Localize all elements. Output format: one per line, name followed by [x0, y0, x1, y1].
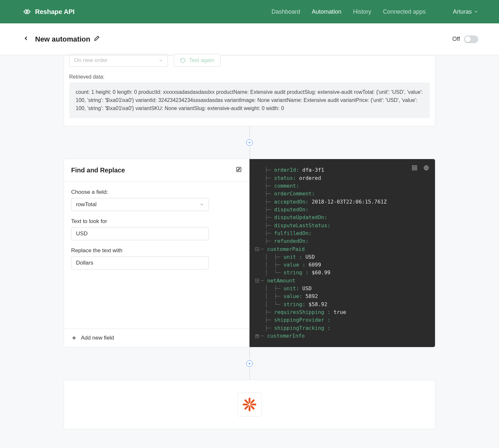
tree-key: refundedOn: — [274, 237, 309, 245]
choose-field-select[interactable]: rowTotal — [71, 198, 209, 211]
tree-key: shippingTracking : — [274, 324, 330, 332]
tree-row: │ ├─ value: 5892 — [255, 292, 429, 300]
tree-row: ├─ fulfilledOn: — [255, 230, 429, 237]
tree-row: ├─ disputeLastStatus: — [255, 222, 429, 230]
tree-row: ├─ acceptedOn: 2018-12-03T22:06:15.761Z — [255, 198, 429, 206]
tree-key: customerPaid — [267, 245, 305, 253]
svg-rect-14 — [243, 404, 247, 406]
tree-key: acceptedOn: — [274, 198, 309, 206]
tree-row: ├─ requiresShipping : true — [255, 308, 429, 316]
tree-value: USD — [299, 285, 312, 292]
svg-rect-15 — [252, 404, 256, 406]
trigger-card: On new order Test again Retrieved data: … — [64, 55, 435, 126]
user-name: Arturas — [453, 8, 472, 15]
svg-rect-8 — [415, 168, 417, 170]
edit-step-icon[interactable] — [236, 166, 242, 174]
tree-key: netAmount — [267, 277, 295, 285]
tree-key: status: — [274, 174, 296, 182]
chevron-down-icon — [159, 58, 163, 63]
retrieved-data-box: count: 1 height: 0 length: 0 productId: … — [69, 82, 430, 118]
nav-dashboard[interactable]: Dashboard — [272, 8, 300, 15]
tree-row: ├─ orderComment: — [255, 190, 429, 198]
tree-key: comment: — [274, 182, 299, 190]
tree-row: ├─ refundedOn: — [255, 237, 429, 245]
svg-rect-18 — [244, 399, 249, 404]
tree-value: USD — [302, 253, 315, 261]
tree-key: customerInfo — [267, 332, 305, 340]
test-button-label: Test again — [189, 57, 214, 64]
json-preview-panel: ├─ orderId: dfa-3f1 ├─ status: ordered ├… — [250, 159, 435, 347]
nav-automation[interactable]: Automation — [312, 8, 341, 15]
globe-icon[interactable] — [423, 165, 429, 172]
brand-logo-icon — [23, 7, 31, 16]
connector-line — [250, 147, 250, 159]
back-button[interactable] — [23, 35, 29, 43]
find-replace-card: Find and Replace Choose a field: rowTota… — [64, 159, 435, 347]
add-new-field-button[interactable]: Add new field — [64, 329, 249, 347]
brand: Reshape API — [23, 7, 75, 16]
svg-rect-19 — [250, 405, 255, 410]
tree-row: ├─ disputedOn: — [255, 206, 429, 214]
tree-expander-icon[interactable]: + — [255, 334, 259, 338]
nav-connected-apps[interactable]: Connected apps — [383, 8, 426, 15]
plus-icon — [71, 335, 77, 341]
svg-point-21 — [248, 404, 250, 406]
user-menu[interactable]: Arturas — [453, 8, 478, 15]
tree-row: ├─ comment: — [255, 182, 429, 190]
plus-icon — [248, 141, 251, 144]
tree-key: string : — [284, 269, 309, 277]
tree-row: ├─ orderId: dfa-3f1 — [255, 166, 429, 174]
toggle-knob — [465, 36, 471, 42]
tree-key: fulfilledOn: — [274, 230, 312, 237]
connector — [64, 347, 435, 380]
page-title-text: New automation — [35, 35, 90, 44]
zapier-app-icon[interactable] — [237, 392, 262, 417]
tree-row: +─ customerInfo — [255, 332, 429, 340]
action-card — [64, 380, 435, 429]
tree-row: −─ customerPaid — [255, 245, 429, 253]
automation-toggle[interactable] — [464, 35, 478, 43]
tree-key: disputeLastStatus: — [274, 222, 330, 230]
svg-rect-13 — [249, 407, 250, 411]
connector — [64, 126, 435, 159]
plus-icon — [248, 362, 251, 365]
tree-expander-icon[interactable]: − — [255, 247, 259, 251]
trigger-select[interactable]: On new order — [69, 54, 168, 67]
brand-name: Reshape API — [35, 8, 75, 16]
tree-key: disputeUpdatedOn: — [274, 214, 327, 221]
grid-view-icon[interactable] — [412, 165, 417, 172]
tree-key: string: — [284, 301, 305, 308]
add-step-button[interactable] — [246, 139, 253, 146]
find-text-label: Text to look for — [71, 218, 242, 225]
tree-row: │ ├─ value : 6099 — [255, 261, 429, 269]
connector-line — [250, 368, 250, 380]
tree-row: ├─ status: ordered — [255, 174, 429, 182]
tree-row: ├─ shippingProvider : — [255, 316, 429, 324]
page-subheader: New automation Off — [0, 23, 499, 55]
test-again-button[interactable]: Test again — [174, 54, 221, 67]
replace-text-label: Replace the text with — [71, 247, 242, 254]
svg-rect-2 — [237, 168, 241, 172]
find-text-input[interactable] — [71, 227, 209, 240]
svg-rect-5 — [412, 166, 414, 168]
replace-text-input[interactable] — [71, 256, 209, 269]
nav-history[interactable]: History — [353, 8, 371, 15]
svg-rect-6 — [415, 166, 417, 168]
zapier-icon — [242, 397, 257, 412]
retrieved-data-label: Retrieved data: — [69, 74, 430, 80]
page-title: New automation — [35, 35, 100, 44]
tree-key: shippingProvider : — [274, 316, 330, 324]
refresh-icon — [180, 57, 186, 63]
tree-expander-icon[interactable]: − — [255, 279, 259, 282]
tree-key: disputedOn: — [274, 206, 309, 214]
tree-key: orderId: — [274, 166, 299, 174]
choose-field-value: rowTotal — [76, 201, 96, 208]
svg-rect-7 — [412, 168, 414, 170]
tree-value: 6099 — [305, 261, 321, 269]
edit-title-icon[interactable] — [94, 35, 100, 44]
tree-key: value: — [284, 292, 302, 300]
tree-value: 2018-12-03T22:06:15.761Z — [309, 198, 387, 206]
tree-value: ordered — [296, 174, 321, 182]
add-step-button[interactable] — [246, 360, 253, 367]
tree-row: ├─ disputeUpdatedOn: — [255, 214, 429, 221]
